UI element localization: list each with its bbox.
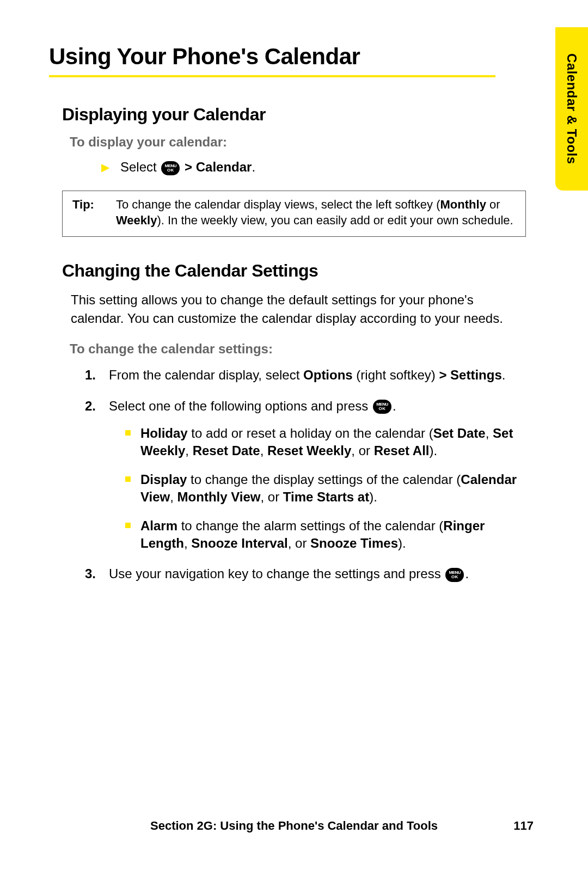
section-heading-settings: Changing the Calendar Settings xyxy=(62,261,539,281)
page-body: Using Your Phone's Calendar Displaying y… xyxy=(0,0,588,583)
triangle-bullet-icon: ▶ xyxy=(101,161,109,174)
tip-body: To change the calendar display views, se… xyxy=(116,197,516,229)
menu-ok-icon: MENUOK xyxy=(445,568,464,582)
step-text: Select MENUOK > Calendar. xyxy=(120,160,255,175)
s2a: Select one of the following options and … xyxy=(109,399,372,413)
lead-in-settings: To change the calendar settings: xyxy=(70,341,539,357)
step-3: Use your navigation key to change the se… xyxy=(85,565,517,583)
s1c: (right softkey) xyxy=(353,367,439,382)
step-period: . xyxy=(252,160,255,174)
page-number: 117 xyxy=(513,819,534,833)
section-heading-display: Displaying your Calendar xyxy=(62,105,539,125)
page-title: Using Your Phone's Calendar xyxy=(49,44,495,77)
bullet-display: Display to change the display settings o… xyxy=(125,471,517,506)
tip-bold-b: Weekly xyxy=(116,213,157,227)
bullet-holiday: Holiday to add or reset a holiday on the… xyxy=(125,425,517,460)
page-footer: Section 2G: Using the Phone's Calendar a… xyxy=(0,819,588,833)
settings-steps: From the calendar display, select Option… xyxy=(85,366,517,583)
s1d: > Settings xyxy=(439,367,501,382)
step-prefix: Select xyxy=(120,160,157,174)
option-bullets: Holiday to add or reset a holiday on the… xyxy=(125,425,517,552)
tip-bold-a: Monthly xyxy=(440,198,486,211)
s3b: . xyxy=(465,566,469,581)
s1b: Options xyxy=(303,367,353,382)
menu-ok-icon: MENUOK xyxy=(373,400,391,414)
footer-text: Section 2G: Using the Phone's Calendar a… xyxy=(150,819,438,832)
tip-text-b: or xyxy=(486,198,500,211)
step-display-calendar: ▶ Select MENUOK > Calendar. xyxy=(101,160,539,175)
step-2: Select one of the following options and … xyxy=(85,397,517,553)
bullet-alarm: Alarm to change the alarm settings of th… xyxy=(125,517,517,553)
tip-text-c: ). In the weekly view, you can easily ad… xyxy=(157,213,513,227)
settings-intro: This setting allows you to change the de… xyxy=(71,291,526,327)
step-suffix: > Calendar xyxy=(185,160,252,174)
lead-in-display: To display your calendar: xyxy=(70,134,539,150)
menu-ok-icon: MENUOK xyxy=(161,161,180,175)
tip-box: Tip: To change the calendar display view… xyxy=(62,191,526,237)
s1a: From the calendar display, select xyxy=(109,367,303,382)
tip-text-a: To change the calendar display views, se… xyxy=(116,198,440,211)
s2b: . xyxy=(393,399,396,413)
s3a: Use your navigation key to change the se… xyxy=(109,566,444,581)
s1e: . xyxy=(502,367,506,382)
tip-label: Tip: xyxy=(72,197,116,229)
step-1: From the calendar display, select Option… xyxy=(85,366,517,384)
